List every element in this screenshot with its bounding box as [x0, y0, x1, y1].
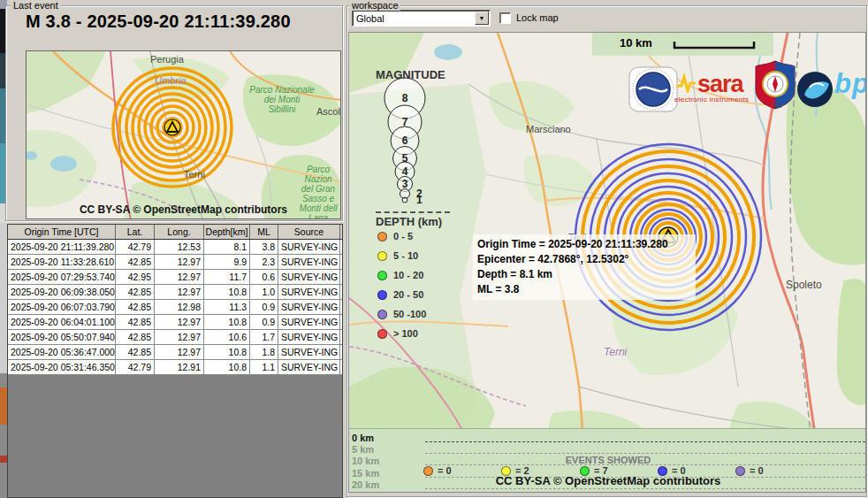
chevron-down-icon[interactable]: ▼ [475, 11, 489, 25]
table-cell: SURVEY-ING [278, 345, 340, 359]
table-row[interactable]: 2025-09-20 11:33:28.61042.8512.979.92.3S… [8, 255, 342, 270]
minimap-label-umbria: Umbria [155, 76, 186, 86]
table-cell: 42.79 [116, 360, 155, 374]
table-cell: 0.9 [250, 300, 278, 314]
table-cell: SURVEY-ING [278, 240, 340, 254]
table-cell: SURVEY-ING [278, 285, 340, 299]
table-row[interactable]: 2025-09-20 05:36:47.00042.8512.9710.81.8… [8, 345, 342, 360]
table-cell: 1.1 [250, 360, 278, 374]
minimap-label-ascoli: Ascoli [316, 107, 341, 117]
table-cell: 1.7 [250, 330, 278, 344]
table-cell: 11.7 [204, 270, 250, 284]
table-cell: 1.0 [250, 285, 278, 299]
table-cell: 2.3 [250, 255, 278, 269]
table-cell: SURVEY-ING [278, 255, 340, 269]
table-cell: 11.3 [204, 300, 250, 314]
workspace-dropdown[interactable]: Global ▼ [352, 10, 491, 27]
depth-tick-label: 0 km [352, 433, 374, 443]
seismic-monitor-app: Last event M 3.8 - 2025-09-20 21:11:39.2… [0, 0, 868, 498]
last-event-group-label: Last event [11, 0, 61, 11]
depth-tick-line [425, 488, 865, 489]
last-event-minimap[interactable]: Perugia Umbria Parco Nazionale dei Monti… [26, 50, 341, 219]
main-map[interactable]: 10 km MAGNITUDE 87654321 DEPTH (km) 0 - … [348, 32, 866, 493]
column-header[interactable]: Long. [155, 225, 204, 239]
event-info-line: Origin Time = 2025-09-20 21:11:39.280 [477, 237, 691, 252]
table-cell: 0.6 [250, 270, 278, 284]
events-table[interactable]: Origin Time [UTC]Lat.Long.Depth[km]MLSou… [7, 224, 343, 498]
table-row[interactable]: 2025-09-20 06:07:03.79042.8512.9811.30.9… [8, 300, 342, 315]
event-info-line: ML = 3.8 [477, 282, 691, 297]
table-cell: 12.97 [155, 315, 204, 329]
table-cell: 12.97 [155, 285, 204, 299]
table-cell: SURVEY-ING [278, 315, 340, 329]
table-cell: SURVEY-ING [278, 360, 340, 374]
table-row[interactable]: 2025-09-20 05:50:07.94042.8512.9710.61.7… [8, 330, 342, 345]
table-cell: 42.79 [116, 240, 155, 254]
table-cell: 2025-09-20 07:29:53.740 [8, 270, 116, 284]
table-cell: 42.85 [116, 330, 155, 344]
minimap-label-perugia: Perugia [150, 55, 184, 65]
table-cell: 12.91 [155, 360, 204, 374]
workspace-group-label: workspace [350, 0, 400, 11]
table-cell: 3.8 [250, 240, 278, 254]
event-info-box: Origin Time = 2025-09-20 21:11:39.280Epi… [473, 234, 696, 300]
depth-tick-line [425, 441, 865, 442]
table-cell: 12.53 [155, 240, 204, 254]
depth-tick-label: 5 km [352, 444, 374, 455]
table-cell: 2025-09-20 11:33:28.610 [8, 255, 116, 269]
minimap-label-park-sibillini: Parco Nazionale dei Monti Sibillini [246, 85, 318, 114]
event-info-line: Epicenter = 42.7868°, 12.5302° [477, 252, 691, 267]
lock-map-label: Lock map [516, 12, 559, 23]
table-cell: 42.85 [116, 345, 155, 359]
lock-map-checkbox[interactable] [499, 12, 511, 24]
minimap-attribution: CC BY-SA © OpenStreetMap contributors [27, 203, 340, 216]
last-event-title: M 3.8 - 2025-09-20 21:11:39.280 [26, 11, 291, 32]
table-cell: SURVEY-ING [278, 330, 340, 344]
table-cell: 10.8 [204, 285, 250, 299]
table-cell: 42.85 [116, 315, 155, 329]
table-cell: 12.97 [155, 345, 204, 359]
table-cell: 2025-09-20 05:50:07.940 [8, 330, 116, 344]
column-header[interactable]: Lat. [116, 225, 155, 239]
table-cell: 2025-09-20 06:09:38.050 [8, 285, 116, 299]
table-cell: 2025-09-20 06:04:01.100 [8, 315, 116, 329]
table-cell: 42.85 [116, 255, 155, 269]
table-cell: 12.97 [155, 270, 204, 284]
table-cell: 1.8 [250, 345, 278, 359]
depth-tick-line [425, 453, 865, 454]
last-event-panel: Last event M 3.8 - 2025-09-20 21:11:39.2… [5, 5, 343, 221]
minimap-label-terni: Terni [184, 170, 205, 180]
table-cell: 10.8 [204, 345, 250, 359]
events-table-body[interactable]: 2025-09-20 21:11:39.28042.7912.538.13.8S… [8, 240, 342, 375]
table-cell: 2025-09-20 21:11:39.280 [8, 240, 116, 254]
table-cell: 42.85 [116, 285, 155, 299]
table-cell: SURVEY-ING [278, 300, 340, 314]
column-header[interactable]: Depth[km] [204, 225, 250, 239]
events-table-header[interactable]: Origin Time [UTC]Lat.Long.Depth[km]MLSou… [8, 225, 342, 240]
main-map-attribution: CC BY-SA © OpenStreetMap contributors [349, 474, 866, 487]
table-row[interactable]: 2025-09-20 05:31:46.35042.7912.9110.81.1… [8, 360, 342, 375]
table-cell: 42.85 [116, 300, 155, 314]
table-cell: 12.97 [155, 255, 204, 269]
table-cell: 2025-09-20 06:07:03.790 [8, 300, 116, 314]
table-cell: 9.9 [204, 255, 250, 269]
table-cell: 12.98 [155, 300, 204, 314]
events-showed-label: EVENTS SHOWED [349, 455, 866, 465]
table-cell: 10.6 [204, 330, 250, 344]
table-cell: 2025-09-20 05:31:46.350 [8, 360, 116, 374]
table-cell: 8.1 [204, 240, 250, 254]
table-row[interactable]: 2025-09-20 07:29:53.74042.9512.9711.70.6… [8, 270, 342, 285]
column-header[interactable]: Source [278, 225, 340, 239]
table-cell: 10.8 [204, 315, 250, 329]
table-cell: 10.8 [204, 360, 250, 374]
table-row[interactable]: 2025-09-20 21:11:39.28042.7912.538.13.8S… [8, 240, 342, 255]
table-row[interactable]: 2025-09-20 06:04:01.10042.8512.9710.80.9… [8, 315, 342, 330]
column-header[interactable]: Origin Time [UTC] [8, 225, 116, 239]
workspace-dropdown-value: Global [356, 13, 385, 24]
table-cell: 42.95 [116, 270, 155, 284]
event-info-line: Depth = 8.1 km [477, 267, 691, 282]
table-cell: 2025-09-20 05:36:47.000 [8, 345, 116, 359]
table-row[interactable]: 2025-09-20 06:09:38.05042.8512.9710.81.0… [8, 285, 342, 300]
table-cell: 12.97 [155, 330, 204, 344]
column-header[interactable]: ML [250, 225, 278, 239]
